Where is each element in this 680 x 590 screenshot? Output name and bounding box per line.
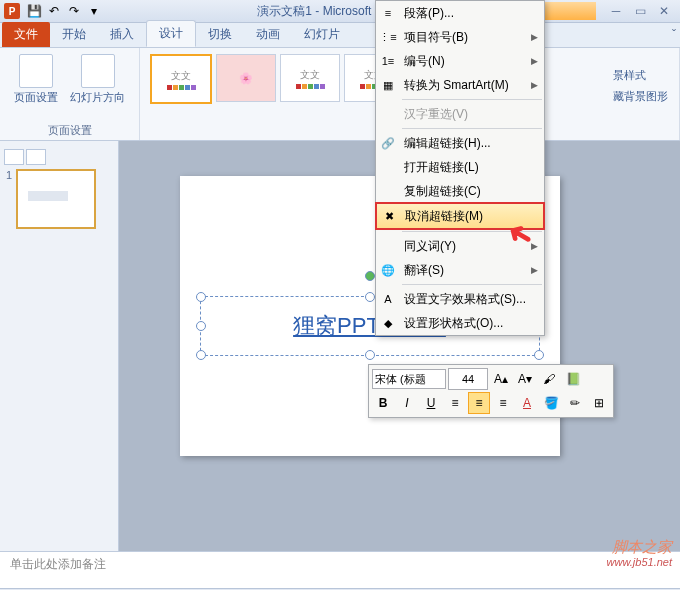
background-controls: 景样式 藏背景图形 [613, 62, 668, 110]
tab-animation[interactable]: 动画 [244, 22, 292, 47]
menu-translate[interactable]: 🌐翻译(S)▶ [376, 258, 544, 282]
menu-numbering[interactable]: 1≡编号(N)▶ [376, 49, 544, 73]
ribbon-tabs: 文件 开始 插入 设计 切换 动画 幻灯片 [0, 23, 680, 48]
group-page-setup: 页面设置 幻灯片方向 页面设置 [0, 48, 140, 140]
menu-separator [402, 128, 542, 129]
menu-paragraph[interactable]: ≡段落(P)... [376, 1, 544, 25]
research-icon[interactable]: 📗 [562, 368, 584, 390]
watermark: 脚本之家 www.jb51.net [607, 539, 672, 568]
mini-toolbar: A▴ A▾ 🖌 📗 B I U ≡ ≡ ≡ A 🪣 ✏ ⊞ [368, 364, 614, 418]
align-right-icon[interactable]: ≡ [492, 392, 514, 414]
shape-icon: ◆ [380, 315, 396, 331]
orientation-button[interactable]: 幻灯片方向 [64, 52, 131, 107]
outline-color-icon[interactable]: ✏ [564, 392, 586, 414]
slide-thumbnail[interactable]: 1 [6, 169, 112, 229]
workspace: 1 狸窝PPT转换器 [0, 141, 680, 551]
save-icon[interactable]: 💾 [25, 2, 43, 20]
tools-tab-accent [536, 2, 596, 20]
chevron-right-icon: ▶ [531, 56, 538, 66]
resize-handle[interactable] [196, 292, 206, 302]
menu-separator [402, 284, 542, 285]
group-label-page: 页面设置 [0, 123, 139, 138]
tab-file[interactable]: 文件 [2, 22, 50, 47]
tab-transition[interactable]: 切换 [196, 22, 244, 47]
bullets-icon: ⋮≡ [380, 29, 396, 45]
page-setup-button[interactable]: 页面设置 [8, 52, 64, 107]
title-bar: P 💾 ↶ ↷ ▾ 演示文稿1 - Microsoft P ─ ▭ ✕ [0, 0, 680, 23]
size-select[interactable] [448, 368, 488, 390]
slides-tab-icon[interactable] [4, 149, 24, 165]
chevron-right-icon: ▶ [531, 80, 538, 90]
thumbnail-pane: 1 [0, 141, 119, 551]
tab-slideshow[interactable]: 幻灯片 [292, 22, 352, 47]
menu-smartart[interactable]: ▦转换为 SmartArt(M)▶ [376, 73, 544, 97]
align-left-icon[interactable]: ≡ [444, 392, 466, 414]
chevron-right-icon: ▶ [531, 241, 538, 251]
ribbon: 页面设置 幻灯片方向 页面设置 文文 🌸 文文 文文 主题 ˇ [0, 48, 680, 141]
close-icon[interactable]: ✕ [653, 3, 675, 19]
fill-color-icon[interactable]: 🪣 [540, 392, 562, 414]
shrink-font-icon[interactable]: A▾ [514, 368, 536, 390]
menu-bullets[interactable]: ⋮≡项目符号(B)▶ [376, 25, 544, 49]
menu-separator [402, 99, 542, 100]
restore-icon[interactable]: ▭ [629, 3, 651, 19]
smartart-icon: ▦ [380, 77, 396, 93]
theme-thumb[interactable]: 文文 [150, 54, 212, 104]
outline-tab-icon[interactable] [26, 149, 46, 165]
theme-thumb[interactable]: 🌸 [216, 54, 276, 102]
thumbnail-image [16, 169, 96, 229]
grow-font-icon[interactable]: A▴ [490, 368, 512, 390]
remove-link-icon: ✖ [381, 208, 397, 224]
tab-design[interactable]: 设计 [146, 20, 196, 47]
app-icon: P [4, 3, 20, 19]
menu-open-hyperlink[interactable]: 打开超链接(L) [376, 155, 544, 179]
chevron-right-icon: ▶ [531, 265, 538, 275]
resize-handle[interactable] [365, 292, 375, 302]
font-select[interactable] [372, 369, 446, 389]
theme-thumb[interactable]: 文文 [280, 54, 340, 102]
underline-icon[interactable]: U [420, 392, 442, 414]
collapse-ribbon-icon[interactable]: ˇ [672, 28, 676, 42]
resize-handle[interactable] [534, 350, 544, 360]
bold-icon[interactable]: B [372, 392, 394, 414]
menu-shape-format[interactable]: ◆设置形状格式(O)... [376, 311, 544, 335]
translate-icon: 🌐 [380, 262, 396, 278]
tab-insert[interactable]: 插入 [98, 22, 146, 47]
align-center-icon[interactable]: ≡ [468, 392, 490, 414]
redo-icon[interactable]: ↷ [65, 2, 83, 20]
rotate-handle[interactable] [365, 271, 375, 281]
snap-icon[interactable]: ⊞ [588, 392, 610, 414]
bg-styles-button[interactable]: 景样式 [613, 68, 668, 83]
paragraph-icon: ≡ [380, 5, 396, 21]
text-fx-icon: A [380, 291, 396, 307]
resize-handle[interactable] [196, 321, 206, 331]
tab-home[interactable]: 开始 [50, 22, 98, 47]
numbering-icon: 1≡ [380, 53, 396, 69]
notes-pane[interactable]: 单击此处添加备注 [0, 551, 680, 588]
menu-text-effects[interactable]: A设置文字效果格式(S)... [376, 287, 544, 311]
context-menu: ≡段落(P)... ⋮≡项目符号(B)▶ 1≡编号(N)▶ ▦转换为 Smart… [375, 0, 545, 336]
undo-icon[interactable]: ↶ [45, 2, 63, 20]
italic-icon[interactable]: I [396, 392, 418, 414]
qat-more-icon[interactable]: ▾ [85, 2, 103, 20]
minimize-icon[interactable]: ─ [605, 3, 627, 19]
menu-edit-hyperlink[interactable]: 🔗编辑超链接(H)... [376, 131, 544, 155]
link-icon: 🔗 [380, 135, 396, 151]
hide-bg-checkbox[interactable]: 藏背景图形 [613, 89, 668, 104]
format-painter-icon[interactable]: 🖌 [538, 368, 560, 390]
resize-handle[interactable] [196, 350, 206, 360]
resize-handle[interactable] [365, 350, 375, 360]
menu-copy-hyperlink[interactable]: 复制超链接(C) [376, 179, 544, 203]
font-color-icon[interactable]: A [516, 392, 538, 414]
chevron-right-icon: ▶ [531, 32, 538, 42]
menu-hanzi[interactable]: 汉字重选(V) [376, 102, 544, 126]
